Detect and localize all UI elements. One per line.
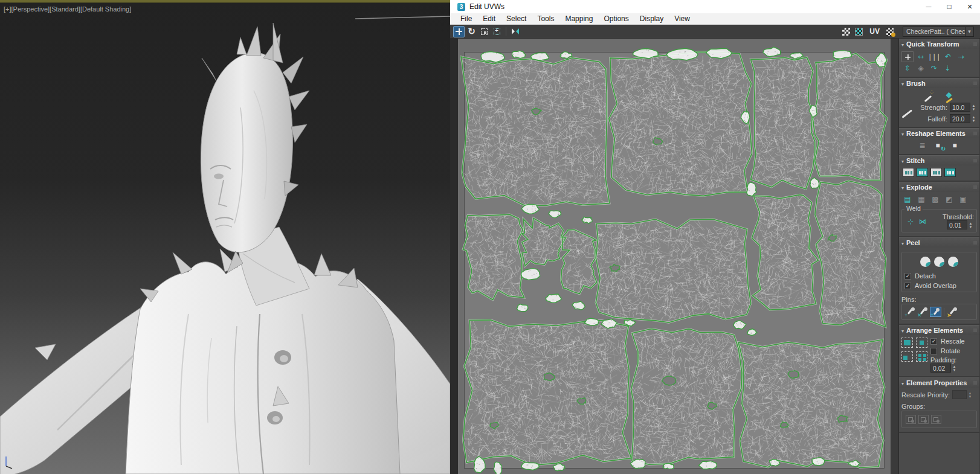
peel-header[interactable]: Peel <box>899 237 979 248</box>
spinner-arrows-icon[interactable] <box>967 220 974 229</box>
flatten-by-material-button[interactable]: ◩ <box>943 194 955 204</box>
minimize-button[interactable] <box>918 0 939 13</box>
mirror-tool-button[interactable] <box>509 26 521 37</box>
uv-wireframe-view[interactable] <box>458 39 891 474</box>
stitch-average-button[interactable] <box>917 168 928 177</box>
falloff-spinner[interactable]: 20.0 <box>950 114 977 123</box>
rotate-checkbox[interactable] <box>930 348 937 354</box>
align-horizontal-button[interactable]: ⇿ <box>915 52 927 62</box>
pin-remove-button[interactable]: ✕ <box>917 307 929 317</box>
space-vertical-button[interactable]: ⇣ <box>941 63 953 73</box>
pack-to-corner-button[interactable] <box>901 351 913 362</box>
stitch-custom-button[interactable] <box>903 168 914 177</box>
rotate-cw-button[interactable]: ↷ <box>928 63 940 73</box>
weld-selected-button[interactable]: ⋈ <box>917 217 929 226</box>
break-button[interactable]: ▩ <box>929 194 941 204</box>
groups-group <box>901 411 977 428</box>
stitch-target-button[interactable] <box>944 168 956 177</box>
menu-edit[interactable]: Edit <box>477 13 501 24</box>
straighten-button[interactable] <box>950 141 962 150</box>
flatten-custom-button[interactable]: ▣ <box>957 194 969 204</box>
toolbar-separator <box>506 27 506 36</box>
pack-tight-button[interactable] <box>916 338 927 348</box>
menu-file[interactable]: File <box>455 13 477 24</box>
menu-tools[interactable]: Tools <box>532 13 559 24</box>
rollout-pin-icon <box>973 42 977 46</box>
uv-editor-canvas[interactable] <box>458 39 891 474</box>
align-vertical-dashed-button[interactable]: ⇳ <box>901 63 914 73</box>
threshold-spinner[interactable]: 0.01 <box>931 220 974 229</box>
space-horizontal-button[interactable]: ⇢ <box>955 52 967 62</box>
scale-tool-button[interactable] <box>479 26 490 37</box>
align-element-button[interactable]: ◈ <box>915 63 927 73</box>
menu-display[interactable]: Display <box>634 13 669 24</box>
pack-grid-button[interactable] <box>916 351 927 362</box>
detach-checkbox[interactable] <box>904 273 911 280</box>
stitch-header[interactable]: Stitch <box>899 155 979 165</box>
move-snap-button[interactable] <box>901 51 914 62</box>
quick-peel-icon[interactable] <box>920 257 930 267</box>
ungroup-button[interactable] <box>918 415 929 424</box>
collapse-arrow-icon <box>901 379 904 386</box>
menu-view[interactable]: View <box>669 13 695 24</box>
close-button[interactable] <box>959 0 980 13</box>
avoid-overlap-checkbox[interactable] <box>904 283 911 289</box>
screen: [+][Perspective][Standard][Default Shadi… <box>0 0 980 474</box>
pack-normalize-button[interactable] <box>901 338 913 348</box>
render-template-button[interactable] <box>885 26 896 37</box>
section-quick-transform: Quick Transform ⇿ ∣∣∣ ↶ ⇢ ⇳ ◈ ↷ <box>899 39 979 78</box>
align-vertical-button[interactable]: ∣∣∣ <box>928 52 941 62</box>
move-tool-button[interactable] <box>453 26 465 37</box>
weld-group: Weld ⊹ ⋈ Threshold: 0.01 <box>901 209 977 232</box>
rescale-checkbox[interactable] <box>930 338 937 345</box>
freeform-tool-button[interactable] <box>491 26 503 37</box>
explode-header[interactable]: Explode <box>899 182 979 192</box>
show-map-button[interactable] <box>853 26 865 37</box>
chevron-down-icon[interactable] <box>965 27 973 36</box>
texture-checker-dropdown[interactable]: CheckerPatt.. ( Checker ) <box>903 27 974 37</box>
rotate-ccw-button[interactable]: ↶ <box>942 52 954 62</box>
viewport-label[interactable]: [+][Perspective][Standard][Default Shadi… <box>4 5 131 13</box>
regularize-button[interactable] <box>933 141 946 150</box>
brush-falloff-curve-icon[interactable] <box>901 106 915 120</box>
uv-space-label[interactable]: UV <box>869 27 880 36</box>
reshape-elements-header[interactable]: Reshape Elements <box>899 128 979 138</box>
strength-spinner[interactable]: 10.0 <box>950 103 977 112</box>
spinner-arrows-icon[interactable] <box>967 390 973 399</box>
pin-add-button[interactable]: + <box>904 307 916 317</box>
relax-brush-button[interactable] <box>944 91 956 100</box>
peel-mode-icon[interactable] <box>934 257 944 267</box>
show-grid-button[interactable] <box>840 26 852 37</box>
rescale-priority-spinner[interactable] <box>952 390 973 399</box>
rotate-tool-button[interactable] <box>466 26 477 37</box>
quick-transform-header[interactable]: Quick Transform <box>899 39 979 49</box>
weld-custom-button[interactable]: ⊹ <box>904 217 917 226</box>
spinner-arrows-icon[interactable] <box>970 114 977 123</box>
stitch-source-button[interactable] <box>930 168 942 177</box>
menu-select[interactable]: Select <box>501 13 532 24</box>
uvw-toolbar: UV CheckerPatt.. ( Checker ) <box>450 25 980 39</box>
move-icon <box>905 54 911 60</box>
padding-spinner[interactable]: 0.02 <box>930 364 977 373</box>
rotate-icon <box>468 26 475 37</box>
perspective-viewport[interactable]: [+][Perspective][Standard][Default Shadi… <box>0 0 450 474</box>
element-properties-header[interactable]: Element Properties <box>899 377 979 388</box>
flatten-by-smoothing-button[interactable]: ▤ <box>901 194 914 204</box>
move-icon <box>456 28 462 35</box>
brush-header[interactable]: Brush <box>899 78 979 88</box>
reset-peel-icon[interactable] <box>948 257 958 267</box>
titlebar[interactable]: Edit UVWs <box>450 0 980 13</box>
select-group-button[interactable] <box>931 415 941 424</box>
pin-select-button[interactable]: ➤ <box>947 307 958 317</box>
create-group-button[interactable] <box>906 415 916 424</box>
arrange-elements-header[interactable]: Arrange Elements <box>899 325 979 335</box>
maximize-button[interactable] <box>939 0 959 13</box>
element-list-button[interactable]: ≣ <box>917 141 929 150</box>
flatten-by-face-button[interactable]: ▦ <box>915 194 927 204</box>
pin-move-button[interactable]: + <box>930 307 941 317</box>
spinner-arrows-icon[interactable] <box>970 103 977 112</box>
menu-options[interactable]: Options <box>598 13 634 24</box>
paint-move-brush-button[interactable] <box>923 91 935 100</box>
spinner-arrows-icon[interactable] <box>951 364 958 373</box>
menu-mapping[interactable]: Mapping <box>559 13 598 24</box>
